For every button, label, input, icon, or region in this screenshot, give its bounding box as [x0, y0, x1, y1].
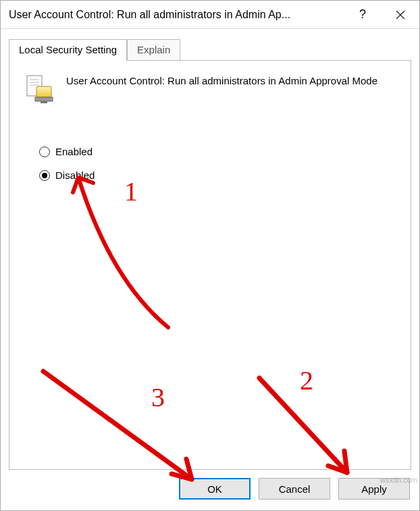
button-label: Cancel	[279, 483, 311, 495]
radio-icon	[39, 170, 50, 181]
ok-button[interactable]: OK	[179, 478, 251, 500]
svg-rect-6	[36, 86, 51, 97]
button-label: OK	[207, 483, 222, 495]
setting-header: User Account Control: Run all administra…	[23, 73, 397, 105]
dialog-window: User Account Control: Run all administra…	[0, 0, 420, 511]
radio-enabled[interactable]: Enabled	[39, 146, 397, 157]
button-label: Apply	[361, 483, 387, 495]
radio-disabled[interactable]: Disabled	[39, 169, 397, 181]
svg-line-9	[259, 378, 347, 473]
titlebar: User Account Control: Run all administra…	[1, 1, 419, 29]
radio-label: Enabled	[55, 146, 93, 157]
window-title: User Account Control: Run all administra…	[9, 9, 344, 21]
cancel-button[interactable]: Cancel	[259, 478, 330, 500]
annotation-arrow-1	[70, 165, 192, 341]
tab-content: User Account Control: Run all administra…	[9, 60, 411, 470]
tab-explain[interactable]: Explain	[127, 39, 180, 61]
annotation-number-2: 2	[300, 365, 313, 396]
watermark: wsxdn.com	[380, 476, 417, 484]
tab-local-security-setting[interactable]: Local Security Setting	[9, 39, 127, 61]
svg-line-10	[43, 371, 192, 479]
svg-rect-8	[41, 101, 47, 103]
close-button[interactable]	[382, 1, 419, 29]
annotation-number-3: 3	[151, 381, 165, 413]
close-icon	[396, 10, 405, 20]
setting-title: User Account Control: Run all administra…	[66, 73, 377, 105]
button-row: OK Cancel Apply	[1, 470, 419, 510]
help-button[interactable]: ?	[344, 1, 382, 29]
tab-label: Local Security Setting	[19, 44, 117, 55]
policy-icon	[23, 73, 55, 105]
annotation-arrow-2	[253, 371, 374, 486]
tab-label: Explain	[137, 44, 170, 55]
radio-group: Enabled Disabled	[39, 146, 397, 181]
radio-icon	[39, 146, 50, 157]
tab-strip: Local Security Setting Explain	[1, 29, 419, 60]
svg-rect-7	[35, 97, 53, 101]
radio-label: Disabled	[55, 169, 95, 181]
